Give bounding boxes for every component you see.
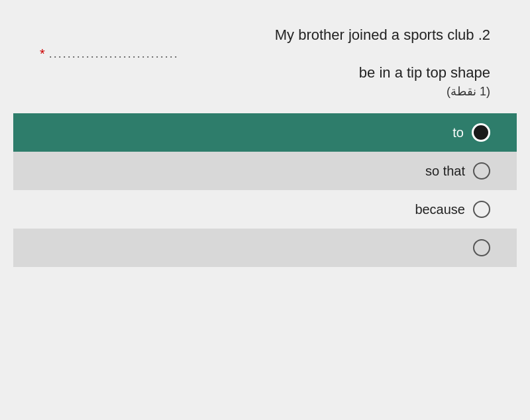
asterisk: * [40,46,45,62]
option-so-that-radio[interactable] [473,162,490,180]
option-to[interactable]: to [13,113,517,152]
option-to-label: to [452,125,464,140]
fill-dots: ............................ [49,47,179,61]
question-title: My brother joined a sports club .2 [40,26,490,44]
question-points: (1 نقطة) [40,84,490,99]
option-because[interactable]: because [13,190,517,229]
question-subtitle-text: be in a tip top shape [40,64,490,81]
option-to-radio[interactable] [472,123,490,142]
question-subtitle: ............................ * [40,46,490,62]
option-extra[interactable] [13,229,517,267]
page-container: My brother joined a sports club .2 .....… [0,0,530,420]
question-header: My brother joined a sports club .2 .....… [13,20,517,112]
option-because-label: because [415,202,465,217]
options-container: to so that because [13,113,517,267]
option-so-that-label: so that [425,164,465,179]
option-so-that[interactable]: so that [13,152,517,190]
option-extra-radio[interactable] [473,239,490,256]
option-because-radio[interactable] [473,201,490,218]
